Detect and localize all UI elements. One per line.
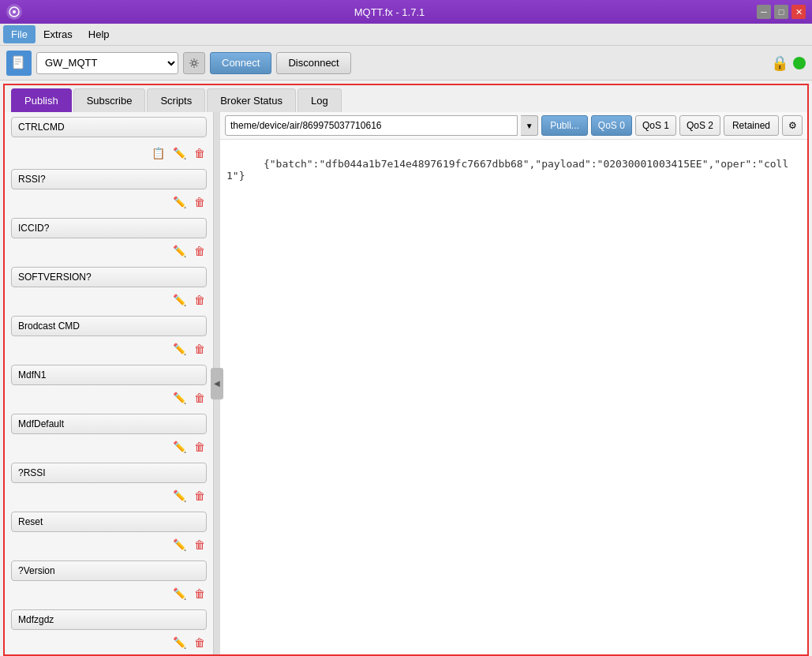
list-item-button-qversion[interactable]: ?Version: [11, 560, 207, 581]
app-icon: [6, 4, 22, 20]
list-item: ?ICCID: [5, 654, 213, 654]
title-bar: MQTT.fx - 1.7.1 ─ □ ✕: [0, 0, 812, 24]
svg-point-6: [193, 61, 196, 65]
delete-icon-button-10[interactable]: 🗑: [193, 635, 207, 650]
svg-point-1: [13, 10, 16, 13]
list-item-button-rssi[interactable]: RSSI?: [11, 169, 207, 189]
qos0-button[interactable]: QoS 0: [591, 115, 632, 136]
toolbar-right: 🔒: [771, 54, 806, 72]
delete-icon-button-9[interactable]: 🗑: [193, 586, 207, 602]
topic-dropdown-button[interactable]: ▼: [521, 115, 538, 136]
minimize-button[interactable]: ─: [757, 5, 771, 19]
list-item-button-qrssi[interactable]: ?RSSI: [11, 463, 207, 483]
settings-button[interactable]: [183, 52, 205, 74]
list-item: Brodcast CMD: [5, 311, 213, 341]
tabs-bar: Publish Subscribe Scripts Broker Status …: [3, 84, 809, 112]
delete-icon-button-4[interactable]: 🗑: [193, 341, 207, 357]
edit-icon-button-4[interactable]: ✏️: [171, 341, 188, 357]
list-item-icons: ✏️ 🗑: [5, 439, 213, 458]
list-item-button-softversion[interactable]: SOFTVERSION?: [11, 267, 207, 287]
qos2-button[interactable]: QoS 2: [679, 115, 720, 136]
copy-icon-button[interactable]: 📋: [150, 145, 167, 161]
edit-icon-button-5[interactable]: ✏️: [171, 390, 188, 406]
delete-icon-button-8[interactable]: 🗑: [193, 537, 207, 553]
edit-icon-button-8[interactable]: ✏️: [171, 537, 188, 553]
list-item-button-mdfn1[interactable]: MdfN1: [11, 365, 207, 385]
connection-select[interactable]: GW_MQTT: [36, 52, 178, 74]
list-item-icons: ✏️ 🗑: [5, 586, 213, 605]
more-options-icon: ⚙: [788, 120, 797, 131]
list-item: Mdfzgdz: [5, 605, 213, 635]
delete-icon-button-0[interactable]: 🗑: [193, 145, 207, 161]
delete-icon-button-5[interactable]: 🗑: [193, 390, 207, 406]
publish-toolbar: ▼ Publi... QoS 0 QoS 1 QoS 2 Retained ⚙: [220, 112, 807, 140]
topic-input[interactable]: [225, 115, 518, 136]
edit-icon-button-1[interactable]: ✏️: [171, 194, 188, 210]
edit-icon-button-10[interactable]: ✏️: [171, 635, 188, 650]
list-item-button-iccid[interactable]: ICCID?: [11, 218, 207, 238]
edit-icon-button-7[interactable]: ✏️: [171, 488, 188, 504]
list-item: MdfDefault: [5, 409, 213, 439]
edit-icon-button-9[interactable]: ✏️: [171, 586, 188, 602]
edit-icon-button-6[interactable]: ✏️: [171, 439, 188, 455]
retained-button[interactable]: Retained: [724, 115, 779, 136]
connect-button[interactable]: Connect: [210, 52, 271, 74]
doc-icon: [6, 51, 32, 76]
delete-icon-button-1[interactable]: 🗑: [193, 194, 207, 210]
qos1-button[interactable]: QoS 1: [635, 115, 676, 136]
gear-icon: [189, 58, 200, 69]
right-panel: ▼ Publi... QoS 0 QoS 1 QoS 2 Retained ⚙ …: [220, 112, 807, 654]
list-item-icons: ✏️ 🗑: [5, 194, 213, 213]
disconnect-button[interactable]: Disconnect: [276, 52, 350, 74]
tab-scripts[interactable]: Scripts: [147, 88, 205, 112]
window-title: MQTT.fx - 1.7.1: [22, 6, 757, 18]
publish-button[interactable]: Publi...: [541, 115, 588, 136]
list-item: CTRLCMD: [5, 112, 213, 142]
list-item-button-mdfdefault[interactable]: MdfDefault: [11, 414, 207, 434]
message-area[interactable]: {"batch":"dfb044a1b7e14e4897619fc7667dbb…: [220, 140, 807, 654]
menu-file[interactable]: File: [3, 25, 36, 43]
list-item-icons: ✏️ 🗑: [5, 390, 213, 409]
list-item-icons: ✏️ 🗑: [5, 341, 213, 360]
maximize-button[interactable]: □: [774, 5, 788, 19]
edit-icon-button-2[interactable]: ✏️: [171, 243, 188, 259]
list-item: ?Version: [5, 556, 213, 586]
app-logo-icon: [9, 6, 20, 17]
connection-status-dot: [793, 57, 806, 69]
close-button[interactable]: ✕: [791, 5, 806, 19]
delete-icon-button-3[interactable]: 🗑: [193, 292, 207, 308]
list-item-icons: ✏️ 🗑: [5, 243, 213, 262]
list-item: SOFTVERSION?: [5, 262, 213, 292]
list-item-icons: ✏️ 🗑: [5, 537, 213, 556]
delete-icon-button-7[interactable]: 🗑: [193, 488, 207, 504]
tab-subscribe[interactable]: Subscribe: [73, 88, 146, 112]
menu-help[interactable]: Help: [80, 25, 118, 43]
left-panel-top-icons: 📋 ✏️ 🗑: [5, 142, 213, 164]
list-item-button-ctrlcmd[interactable]: CTRLCMD: [11, 117, 207, 137]
menu-extras[interactable]: Extras: [36, 25, 80, 43]
more-options-button[interactable]: ⚙: [782, 115, 803, 136]
panel-divider[interactable]: ◀: [214, 112, 220, 654]
list-item: ?RSSI: [5, 458, 213, 488]
tab-publish[interactable]: Publish: [11, 88, 72, 112]
list-item: RSSI?: [5, 164, 213, 194]
list-item: MdfN1: [5, 360, 213, 390]
list-item-button-mdfzgdz[interactable]: Mdfzgdz: [11, 609, 207, 630]
list-item-button-brodcast[interactable]: Brodcast CMD: [11, 316, 207, 336]
message-content: {"batch":"dfb044a1b7e14e4897619fc7667dbb…: [226, 158, 788, 182]
list-item-icons: ✏️ 🗑: [5, 292, 213, 311]
list-item-button-reset[interactable]: Reset: [11, 512, 207, 532]
edit-icon-button-3[interactable]: ✏️: [171, 292, 188, 308]
edit-icon-button-0[interactable]: ✏️: [171, 145, 188, 161]
toolbar: GW_MQTT Connect Disconnect 🔒: [0, 46, 812, 81]
tab-log[interactable]: Log: [297, 88, 342, 112]
tab-broker-status[interactable]: Broker Status: [207, 88, 296, 112]
delete-icon-button-6[interactable]: 🗑: [193, 439, 207, 455]
collapse-panel-button[interactable]: ◀: [211, 368, 223, 399]
delete-icon-button-2[interactable]: 🗑: [193, 243, 207, 259]
left-panel: CTRLCMD 📋 ✏️ 🗑 RSSI? ✏️ 🗑 ICCID? ✏️ 🗑 SO…: [5, 112, 214, 654]
menu-bar: File Extras Help: [0, 24, 812, 46]
list-item: Reset: [5, 507, 213, 537]
svg-rect-2: [13, 56, 23, 69]
list-item-icons: ✏️ 🗑: [5, 488, 213, 507]
